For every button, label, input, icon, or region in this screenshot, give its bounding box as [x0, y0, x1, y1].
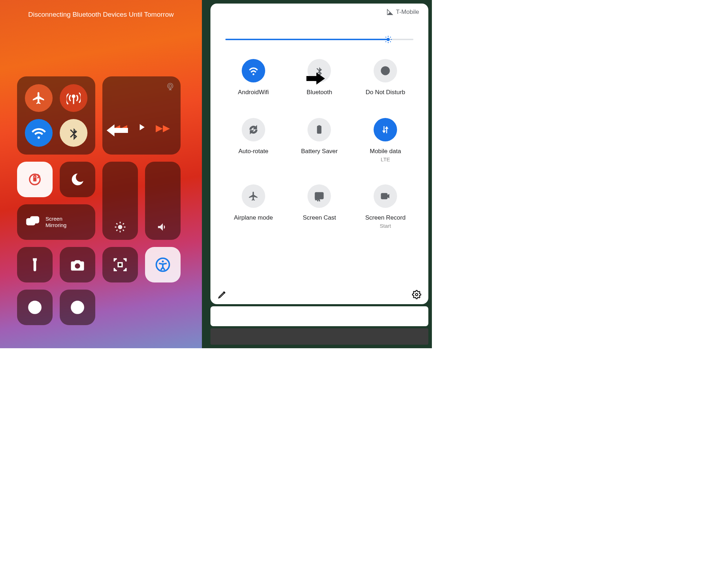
qs-tile-wifi[interactable]: AndroidWifi [220, 59, 287, 96]
dnd-circle-icon [380, 65, 391, 76]
quick-settings-card: T-Mobile AndroidWifi Blue [210, 4, 428, 304]
svg-line-12 [123, 223, 124, 224]
mobile-data-icon [380, 124, 391, 135]
signal-icon [387, 9, 393, 15]
autorotate-icon [248, 124, 259, 135]
nav-bar [210, 328, 428, 345]
svg-rect-14 [31, 217, 39, 223]
airplay-icon[interactable] [166, 82, 175, 91]
camera-icon [70, 257, 85, 273]
notification-handle[interactable] [210, 306, 428, 326]
screen-record-button[interactable] [17, 290, 53, 325]
screen-mirroring-label: Screen Mirroring [46, 216, 66, 228]
qs-tile-battery-saver[interactable]: Battery Saver [287, 118, 353, 162]
qs-tile-airplane[interactable]: Airplane mode [220, 184, 287, 229]
cellular-data-toggle[interactable] [60, 84, 87, 112]
qs-tile-mobile-data[interactable]: Mobile data LTE [352, 118, 418, 162]
forward-button[interactable]: ▶▶ [156, 123, 170, 134]
wifi-toggle[interactable] [25, 119, 53, 147]
rotation-lock-icon [27, 172, 43, 187]
accessibility-icon [155, 257, 171, 273]
svg-point-18 [162, 260, 164, 263]
media-controls-tile[interactable]: ◀◀ ▶▶ [102, 76, 181, 155]
qs-label: Airplane mode [234, 214, 273, 221]
dark-mode-icon [70, 300, 85, 315]
qs-label: Screen Cast [303, 214, 336, 221]
annotation-arrow-right [306, 72, 325, 85]
svg-point-40 [416, 294, 418, 296]
brightness-slider[interactable] [102, 162, 138, 240]
qs-tile-dnd[interactable]: Do Not Disturb [352, 59, 418, 96]
record-icon [27, 300, 43, 315]
qs-sublabel: Start [380, 223, 391, 229]
android-quick-settings: T-Mobile AndroidWifi Blue [207, 0, 432, 348]
qs-tile-screen-record[interactable]: Screen Record Start [352, 184, 418, 229]
panel-divider [202, 0, 207, 348]
play-button[interactable] [136, 122, 147, 134]
carrier-label: T-Mobile [396, 9, 419, 16]
svg-line-27 [385, 37, 386, 38]
qr-scanner-button[interactable] [102, 247, 138, 282]
qs-sublabel: LTE [381, 156, 390, 162]
qs-label: Mobile data [370, 148, 401, 155]
airplane-icon [32, 91, 46, 105]
accessibility-button[interactable] [145, 247, 181, 282]
qs-label: Screen Record [365, 214, 405, 221]
antenna-icon [66, 91, 81, 105]
svg-point-1 [169, 85, 172, 87]
svg-rect-16 [119, 263, 121, 266]
svg-rect-39 [381, 194, 387, 199]
qs-tile-cast[interactable]: Screen Cast [287, 184, 353, 229]
airplane-icon [248, 191, 259, 201]
edit-icon[interactable] [218, 290, 227, 299]
rotation-lock-toggle[interactable] [17, 162, 53, 197]
svg-line-28 [390, 42, 391, 42]
flashlight-button[interactable] [17, 247, 53, 282]
qs-label: Auto-rotate [239, 148, 268, 155]
airplane-mode-toggle[interactable] [25, 84, 53, 112]
settings-icon[interactable] [412, 290, 421, 299]
svg-line-9 [116, 223, 117, 224]
flashlight-icon [27, 257, 43, 273]
battery-saver-icon [314, 124, 325, 135]
svg-rect-34 [318, 125, 320, 126]
qs-label: AndroidWifi [238, 89, 269, 96]
svg-point-20 [33, 305, 37, 310]
status-bar: T-Mobile [387, 9, 419, 16]
speaker-icon [156, 221, 169, 233]
ios-banner-text: Disconnecting Bluetooth Devices Until To… [0, 11, 202, 18]
slider-fill [225, 39, 388, 40]
sun-icon [114, 221, 127, 233]
moon-icon [70, 172, 85, 187]
svg-point-0 [167, 83, 173, 88]
annotation-arrow-left [107, 124, 128, 137]
camera-button[interactable] [60, 247, 95, 282]
dark-mode-button[interactable] [60, 290, 95, 325]
svg-point-4 [118, 225, 122, 229]
screen-record-icon [380, 191, 391, 201]
qr-scan-icon [112, 257, 128, 273]
bluetooth-toggle[interactable] [60, 119, 87, 147]
svg-point-22 [386, 38, 390, 41]
slider-thumb-sun-icon[interactable] [384, 36, 392, 43]
qs-label: Battery Saver [301, 148, 338, 155]
svg-point-38 [315, 199, 317, 200]
screen-mirroring-icon [25, 214, 41, 230]
svg-line-10 [123, 230, 124, 231]
play-icon [136, 122, 147, 133]
wifi-icon [32, 126, 46, 140]
svg-line-30 [390, 37, 391, 38]
qs-label: Do Not Disturb [365, 89, 405, 96]
connectivity-cluster [17, 76, 95, 155]
svg-rect-3 [33, 178, 36, 182]
ios-control-center: Disconnecting Bluetooth Devices Until To… [0, 0, 202, 348]
screen-mirroring-button[interactable]: Screen Mirroring [17, 204, 95, 240]
do-not-disturb-toggle[interactable] [60, 162, 95, 197]
volume-slider[interactable] [145, 162, 181, 240]
qs-label: Bluetooth [307, 89, 332, 96]
qs-tile-autorotate[interactable]: Auto-rotate [220, 118, 287, 162]
wifi-icon [248, 65, 259, 76]
brightness-slider[interactable] [220, 35, 418, 43]
svg-line-11 [116, 230, 117, 231]
svg-line-29 [385, 42, 386, 42]
